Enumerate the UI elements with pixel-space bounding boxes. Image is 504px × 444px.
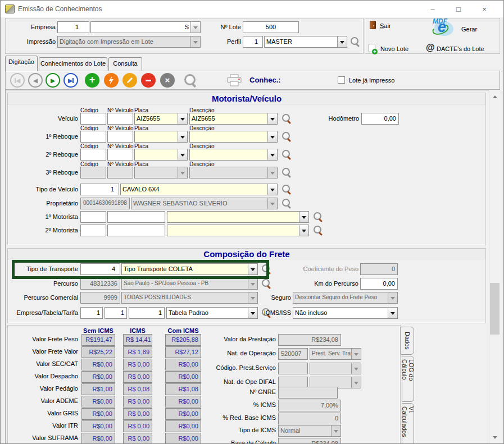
exit-door-icon[interactable] [370, 21, 376, 29]
veiculo-codigo-field[interactable] [80, 113, 106, 125]
percurso-code-field: 48312336 [80, 278, 120, 290]
tipo-veiculo-search-icon[interactable] [281, 184, 292, 194]
toolbar-search-icon[interactable] [184, 74, 197, 87]
tab-conhecimentos-do-lote[interactable]: Conhecimentos do Lote [39, 57, 107, 71]
quick-save-button[interactable] [104, 73, 119, 88]
chevron-down-icon[interactable] [299, 225, 308, 236]
ett-tarifa-field[interactable]: 1 [129, 307, 165, 319]
hodometro-field[interactable]: 0,00 [361, 113, 399, 125]
vertical-scrollbar[interactable] [489, 90, 501, 444]
tipo-veiculo-combo[interactable]: CAVALO 6X4 [120, 184, 278, 195]
perfil-search-icon[interactable] [350, 36, 360, 47]
veiculo-search-icon[interactable] [281, 113, 292, 123]
veiculo-label: Veículo [12, 115, 78, 122]
motorista2-documento-field[interactable] [107, 225, 165, 236]
motorista1-search-icon[interactable] [313, 212, 323, 222]
prior-record-button[interactable]: ◀ [28, 73, 43, 88]
ett-tabela-combo[interactable]: Tabela Padrao [166, 307, 258, 319]
km-percurso-field[interactable]: 0,00 [360, 278, 398, 290]
cancel-button[interactable]: × [160, 73, 175, 88]
last-record-button[interactable]: ▶ [63, 73, 78, 88]
novo-lote-button[interactable]: Novo Lote [380, 45, 408, 52]
tipo-veiculo-code-field[interactable]: 1 [80, 184, 119, 195]
edit-record-button[interactable] [122, 73, 137, 88]
ett-tabela-field[interactable]: 1 [105, 307, 127, 319]
reboque2-codigo-field[interactable] [80, 149, 106, 161]
motorista1-codigo-field[interactable] [80, 211, 106, 223]
chevron-down-icon[interactable] [267, 149, 277, 160]
chevron-down-icon[interactable] [190, 22, 200, 33]
empresa-combo[interactable]: S [90, 21, 201, 33]
printer-icon[interactable] [226, 74, 242, 87]
tab-digitacao[interactable]: Digitação [5, 56, 38, 71]
chevron-down-icon[interactable] [248, 264, 257, 274]
side-tab-dados[interactable]: Dados [401, 327, 414, 355]
motorista1-nome-combo[interactable] [167, 211, 309, 223]
reboque1-descricao-combo[interactable] [189, 131, 278, 143]
lote-ja-impresso-checkbox[interactable] [338, 76, 345, 84]
next-record-button[interactable]: ▶ [46, 73, 60, 88]
chevron-down-icon[interactable] [267, 131, 277, 142]
reboque2-placa-combo[interactable] [134, 149, 188, 161]
add-record-button[interactable]: + [85, 73, 99, 88]
reboque1-search-icon[interactable] [281, 131, 292, 141]
chevron-down-icon[interactable] [178, 149, 187, 160]
proprietario-search-icon[interactable] [281, 198, 292, 208]
reboque2-nveiculo-field[interactable] [107, 149, 133, 161]
empresa-code-field[interactable]: 1 [57, 21, 89, 33]
nat-difal-label: Nat. de Ope DIFAL [198, 378, 276, 385]
tab-consulta[interactable]: Consulta [108, 57, 142, 71]
chevron-down-icon[interactable] [299, 212, 308, 222]
dacte-button[interactable]: DACTE's do Lote [437, 45, 484, 52]
scroll-down-button[interactable] [489, 433, 501, 443]
side-tab-log-do-calculo[interactable]: LOG do Cálculo [402, 356, 414, 402]
percurso-combo: Sao Paulo - SP/Joao Pessoa - PB [121, 278, 258, 290]
veiculo-placa-combo[interactable]: AIZ5655 [134, 113, 188, 125]
minimize-button[interactable]: – [420, 1, 446, 17]
motorista2-search-icon[interactable] [313, 225, 323, 235]
chevron-down-icon[interactable] [337, 36, 347, 47]
conhec-label: Conhec.: [249, 76, 281, 84]
delete-record-button[interactable] [141, 73, 156, 88]
tipo-transporte-code-field[interactable]: 4 [80, 263, 120, 275]
icms-iss-combo[interactable]: Não incluso [293, 307, 398, 319]
chevron-down-icon[interactable] [267, 184, 277, 195]
motorista2-nome-combo[interactable] [167, 225, 309, 236]
motorista1-documento-field[interactable] [107, 211, 165, 223]
percurso-label: Percurso [12, 280, 78, 287]
percurso-search-icon[interactable] [261, 278, 271, 289]
valor-row-label: Valor Despacho [10, 373, 78, 379]
gerar-button[interactable]: Gerar [461, 26, 477, 33]
mdfe-logo-icon[interactable]: MDF e [431, 17, 458, 38]
close-button[interactable]: × [471, 1, 497, 17]
scroll-up-button[interactable] [489, 90, 501, 100]
chevron-down-icon[interactable] [267, 113, 277, 124]
reboque1-placa-combo[interactable] [134, 131, 188, 143]
scrollbar-thumb[interactable] [490, 283, 500, 335]
chevron-down-icon[interactable] [178, 113, 187, 124]
tipo-transporte-combo[interactable]: Tipo Transporte COLETA [121, 263, 258, 275]
veiculo-descricao-combo[interactable]: AIZ5655 [189, 113, 278, 125]
lote-field[interactable]: 500 [243, 21, 299, 33]
proprietario-label: Proprietário [12, 200, 78, 207]
ett-empresa-field[interactable]: 1 [80, 307, 103, 319]
motorista2-codigo-field[interactable] [80, 225, 106, 236]
veiculo-nveiculo-field[interactable] [107, 113, 133, 125]
reboque2-descricao-combo[interactable] [189, 149, 278, 161]
sair-button[interactable]: Sair [380, 22, 391, 29]
perfil-code-field[interactable]: 1 [243, 36, 263, 48]
reboque1-nveiculo-field[interactable] [107, 131, 133, 143]
coeficiente-label: Coeficiente do Peso [281, 266, 358, 272]
title-bar: Emissão de Conhecimentos – □ × [1, 1, 503, 17]
at-icon[interactable]: @ [426, 43, 435, 53]
chevron-down-icon[interactable] [178, 131, 187, 142]
maximize-button[interactable]: □ [446, 1, 471, 17]
perfil-combo[interactable]: MASTER [264, 36, 347, 48]
chevron-down-icon[interactable] [388, 308, 397, 318]
side-tab-vl-calculados[interactable]: Vl. Calculados [402, 403, 414, 444]
valor-row-label: Valor Frete Peso [10, 336, 78, 342]
reboque2-search-icon[interactable] [281, 149, 292, 159]
reboque1-codigo-field[interactable] [80, 131, 106, 143]
new-batch-icon[interactable] [369, 44, 375, 52]
tipo-transporte-search-icon[interactable] [261, 264, 271, 274]
